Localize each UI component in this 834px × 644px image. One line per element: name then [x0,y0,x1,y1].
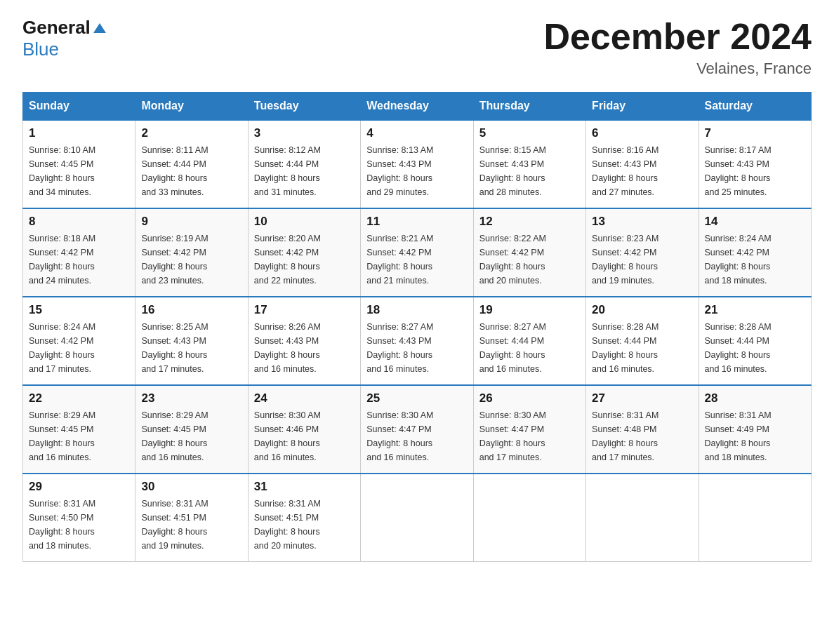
calendar-day-cell: 30Sunrise: 8:31 AMSunset: 4:51 PMDayligh… [135,474,248,562]
calendar-day-cell: 4Sunrise: 8:13 AMSunset: 4:43 PMDaylight… [361,120,473,208]
calendar-day-cell: 11Sunrise: 8:21 AMSunset: 4:42 PMDayligh… [361,208,473,297]
calendar-day-cell: 19Sunrise: 8:27 AMSunset: 4:44 PMDayligh… [473,297,585,385]
calendar-day-cell: 29Sunrise: 8:31 AMSunset: 4:50 PMDayligh… [23,474,135,562]
day-number: 7 [705,126,805,140]
day-info: Sunrise: 8:30 AMSunset: 4:47 PMDaylight:… [366,408,467,464]
calendar-day-cell: 14Sunrise: 8:24 AMSunset: 4:42 PMDayligh… [699,208,811,297]
day-info: Sunrise: 8:28 AMSunset: 4:44 PMDaylight:… [705,320,805,376]
day-number: 23 [141,391,241,405]
day-info: Sunrise: 8:27 AMSunset: 4:43 PMDaylight:… [366,320,467,376]
calendar-day-cell: 2Sunrise: 8:11 AMSunset: 4:44 PMDaylight… [135,120,248,208]
calendar-empty-cell [586,474,699,562]
day-info: Sunrise: 8:13 AMSunset: 4:43 PMDaylight:… [366,143,467,199]
calendar-day-cell: 8Sunrise: 8:18 AMSunset: 4:42 PMDaylight… [23,208,135,297]
day-number: 24 [254,391,355,405]
day-info: Sunrise: 8:15 AMSunset: 4:43 PMDaylight:… [479,143,580,199]
calendar-header-row: SundayMondayTuesdayWednesdayThursdayFrid… [23,93,812,121]
day-info: Sunrise: 8:18 AMSunset: 4:42 PMDaylight:… [29,232,129,288]
header-monday: Monday [135,93,248,121]
day-number: 31 [254,480,355,494]
day-number: 14 [705,215,805,229]
day-info: Sunrise: 8:23 AMSunset: 4:42 PMDaylight:… [592,232,692,288]
month-title: December 2024 [543,17,812,57]
calendar-empty-cell [473,474,585,562]
calendar-week-row: 1Sunrise: 8:10 AMSunset: 4:45 PMDaylight… [23,120,812,208]
day-number: 18 [366,303,467,317]
day-info: Sunrise: 8:24 AMSunset: 4:42 PMDaylight:… [29,320,129,376]
day-number: 1 [29,126,129,140]
day-number: 6 [592,126,692,140]
day-info: Sunrise: 8:29 AMSunset: 4:45 PMDaylight:… [29,408,129,464]
day-number: 20 [592,303,692,317]
calendar-day-cell: 22Sunrise: 8:29 AMSunset: 4:45 PMDayligh… [23,385,135,474]
calendar-day-cell: 28Sunrise: 8:31 AMSunset: 4:49 PMDayligh… [699,385,811,474]
header-friday: Friday [586,93,699,121]
day-number: 16 [141,303,241,317]
day-number: 8 [29,215,129,229]
day-number: 19 [479,303,580,317]
day-number: 12 [479,215,580,229]
day-info: Sunrise: 8:21 AMSunset: 4:42 PMDaylight:… [366,232,467,288]
day-info: Sunrise: 8:11 AMSunset: 4:44 PMDaylight:… [141,143,241,199]
day-number: 3 [254,126,355,140]
header-tuesday: Tuesday [248,93,360,121]
logo-icon [92,20,107,36]
day-number: 11 [366,215,467,229]
day-number: 15 [29,303,129,317]
logo: General Blue [22,17,107,60]
day-info: Sunrise: 8:31 AMSunset: 4:48 PMDaylight:… [592,408,692,464]
calendar-day-cell: 1Sunrise: 8:10 AMSunset: 4:45 PMDaylight… [23,120,135,208]
day-info: Sunrise: 8:12 AMSunset: 4:44 PMDaylight:… [254,143,355,199]
calendar-day-cell: 12Sunrise: 8:22 AMSunset: 4:42 PMDayligh… [473,208,585,297]
day-number: 9 [141,215,241,229]
header-saturday: Saturday [699,93,811,121]
day-info: Sunrise: 8:28 AMSunset: 4:44 PMDaylight:… [592,320,692,376]
day-info: Sunrise: 8:31 AMSunset: 4:51 PMDaylight:… [254,497,355,553]
calendar-day-cell: 26Sunrise: 8:30 AMSunset: 4:47 PMDayligh… [473,385,585,474]
calendar-day-cell: 9Sunrise: 8:19 AMSunset: 4:42 PMDaylight… [135,208,248,297]
header-wednesday: Wednesday [361,93,473,121]
calendar-day-cell: 17Sunrise: 8:26 AMSunset: 4:43 PMDayligh… [248,297,360,385]
calendar-day-cell: 6Sunrise: 8:16 AMSunset: 4:43 PMDaylight… [586,120,699,208]
logo-general-text: General [22,17,91,39]
day-number: 13 [592,215,692,229]
day-info: Sunrise: 8:31 AMSunset: 4:50 PMDaylight:… [29,497,129,553]
calendar-day-cell: 24Sunrise: 8:30 AMSunset: 4:46 PMDayligh… [248,385,360,474]
day-number: 10 [254,215,355,229]
day-number: 2 [141,126,241,140]
calendar-day-cell: 15Sunrise: 8:24 AMSunset: 4:42 PMDayligh… [23,297,135,385]
calendar-day-cell: 7Sunrise: 8:17 AMSunset: 4:43 PMDaylight… [699,120,811,208]
day-number: 21 [705,303,805,317]
day-number: 17 [254,303,355,317]
day-info: Sunrise: 8:31 AMSunset: 4:49 PMDaylight:… [705,408,805,464]
day-info: Sunrise: 8:10 AMSunset: 4:45 PMDaylight:… [29,143,129,199]
header-sunday: Sunday [23,93,135,121]
day-number: 29 [29,480,129,494]
day-number: 26 [479,391,580,405]
calendar-week-row: 8Sunrise: 8:18 AMSunset: 4:42 PMDaylight… [23,208,812,297]
day-info: Sunrise: 8:19 AMSunset: 4:42 PMDaylight:… [141,232,241,288]
calendar-day-cell: 16Sunrise: 8:25 AMSunset: 4:43 PMDayligh… [135,297,248,385]
calendar-day-cell: 5Sunrise: 8:15 AMSunset: 4:43 PMDaylight… [473,120,585,208]
day-number: 5 [479,126,580,140]
calendar-table: SundayMondayTuesdayWednesdayThursdayFrid… [22,92,812,562]
calendar-day-cell: 23Sunrise: 8:29 AMSunset: 4:45 PMDayligh… [135,385,248,474]
calendar-empty-cell [361,474,473,562]
calendar-day-cell: 3Sunrise: 8:12 AMSunset: 4:44 PMDaylight… [248,120,360,208]
day-info: Sunrise: 8:30 AMSunset: 4:46 PMDaylight:… [254,408,355,464]
header-thursday: Thursday [473,93,585,121]
svg-marker-0 [93,23,106,33]
day-number: 4 [366,126,467,140]
calendar-week-row: 15Sunrise: 8:24 AMSunset: 4:42 PMDayligh… [23,297,812,385]
day-number: 22 [29,391,129,405]
day-info: Sunrise: 8:26 AMSunset: 4:43 PMDaylight:… [254,320,355,376]
day-info: Sunrise: 8:17 AMSunset: 4:43 PMDaylight:… [705,143,805,199]
calendar-day-cell: 13Sunrise: 8:23 AMSunset: 4:42 PMDayligh… [586,208,699,297]
day-info: Sunrise: 8:16 AMSunset: 4:43 PMDaylight:… [592,143,692,199]
title-block: December 2024 Velaines, France [543,17,812,78]
day-number: 27 [592,391,692,405]
calendar-empty-cell [699,474,811,562]
calendar-day-cell: 25Sunrise: 8:30 AMSunset: 4:47 PMDayligh… [361,385,473,474]
day-info: Sunrise: 8:22 AMSunset: 4:42 PMDaylight:… [479,232,580,288]
day-info: Sunrise: 8:20 AMSunset: 4:42 PMDaylight:… [254,232,355,288]
